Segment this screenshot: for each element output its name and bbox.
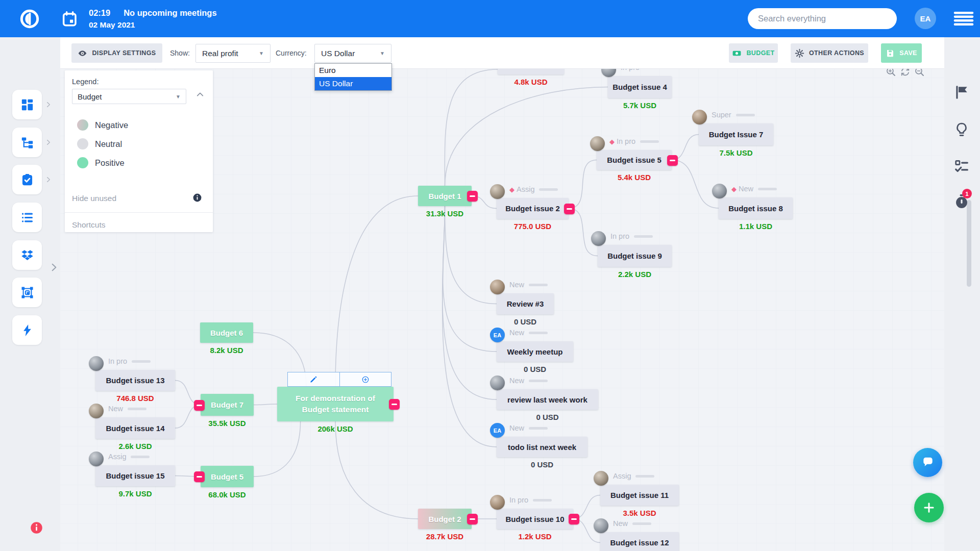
node-b2n: Budget issue 2◆Assig775.0 USD <box>497 198 569 219</box>
avatar <box>89 452 104 466</box>
currency-select[interactable]: US Dollar ▼ <box>314 44 391 63</box>
currency-option-us-dollar[interactable]: US Dollar <box>315 77 391 90</box>
avatar: EA <box>490 423 505 438</box>
collapse-node-button[interactable] <box>564 204 575 214</box>
sidebar-item-frame[interactable] <box>12 278 42 307</box>
hamburger-menu-icon[interactable] <box>952 11 975 26</box>
notification-badge: 1 <box>962 189 972 198</box>
sidebar-expander-chevron[interactable] <box>49 261 59 273</box>
sidebar-item-tasks[interactable] <box>12 165 42 194</box>
notification-info-icon[interactable] <box>30 521 43 535</box>
sidebar-item-tree[interactable] <box>12 128 42 157</box>
node-box-b14[interactable]: Budget issue 14 <box>95 417 175 439</box>
app-logo-icon[interactable] <box>19 9 40 29</box>
save-button[interactable]: SAVE <box>881 43 922 63</box>
user-avatar[interactable]: EA <box>915 8 936 29</box>
collapse-node-button[interactable] <box>467 191 478 202</box>
calendar-icon[interactable] <box>61 11 78 27</box>
legend-color-dot <box>77 138 88 149</box>
node-box-b4[interactable]: Budget issue 4 <box>608 76 672 98</box>
banknote-icon <box>732 48 742 58</box>
show-select-value: Real profit <box>202 49 238 58</box>
node-b13: Budget issue 13In pro746.8 USD <box>95 370 175 391</box>
node-box-b15[interactable]: Budget issue 15 <box>95 465 175 486</box>
node-box-b5n[interactable]: Budget issue 5 <box>597 150 672 170</box>
collapse-node-button[interactable] <box>667 155 678 166</box>
avatar <box>89 356 104 371</box>
chat-button[interactable] <box>913 448 942 477</box>
node-value: 7.5k USD <box>689 148 783 157</box>
node-root: For demonstration of Budget statement206… <box>277 387 394 421</box>
legend-type-select[interactable]: Budget ▼ <box>72 89 186 104</box>
edit-node-button[interactable] <box>287 372 340 387</box>
shortcuts-label[interactable]: Shortcuts <box>72 220 105 230</box>
node-value: 0 USD <box>486 460 598 469</box>
node-b7n: Budget Issue 7Super7.5k USD <box>699 123 773 145</box>
legend-item-label: Negative <box>95 120 128 130</box>
lightbulb-icon[interactable] <box>953 121 970 138</box>
node-title: Review #3 <box>507 299 544 308</box>
info-icon[interactable] <box>192 193 202 203</box>
collapse-node-button[interactable] <box>194 400 205 411</box>
node-box-b7n[interactable]: Budget Issue 7 <box>699 123 773 145</box>
search-input[interactable] <box>748 8 897 29</box>
node-box-b2n[interactable]: Budget issue 2 <box>497 198 569 219</box>
node-b14: Budget issue 14New2.6k USD <box>95 417 175 439</box>
chevron-down-icon: ▼ <box>375 51 385 56</box>
node-box-weekly[interactable]: Weekly meetup <box>497 341 573 362</box>
node-box-b8[interactable]: Budget issue 8 <box>719 197 793 219</box>
status-label: Assig <box>613 472 654 480</box>
node-title: Budget issue 10 <box>505 515 564 523</box>
checklist-icon[interactable] <box>953 158 970 174</box>
collapse-panel-icon[interactable] <box>195 90 205 99</box>
status-progress-bar <box>529 427 548 430</box>
display-settings-button[interactable]: DISPLAY SETTINGS <box>71 43 162 63</box>
sidebar-item-automation[interactable] <box>12 315 42 345</box>
sidebar-item-dropbox[interactable] <box>12 240 42 270</box>
node-box-b11[interactable]: Budget issue 11 <box>600 485 679 506</box>
status-label: ◆Assig <box>509 185 558 193</box>
node-box-budget5[interactable]: Budget 5 <box>201 466 254 487</box>
collapse-node-button[interactable] <box>569 514 579 524</box>
hide-unused-label[interactable]: Hide unused <box>72 194 116 203</box>
currency-option-euro[interactable]: Euro <box>315 64 391 77</box>
node-box-budget7[interactable]: Budget 7 <box>201 394 254 416</box>
other-actions-button[interactable]: OTHER ACTIONS <box>791 43 868 63</box>
budget-button[interactable]: BUDGET <box>729 43 778 63</box>
sidebar-item-list[interactable] <box>12 203 42 232</box>
node-box-b10[interactable]: Budget issue 10 <box>497 509 573 529</box>
node-box-b13[interactable]: Budget issue 13 <box>95 370 175 391</box>
node-box-budget1[interactable]: Budget 1 <box>418 186 472 206</box>
legend-item: Positive <box>77 157 128 168</box>
node-value: 5.4k USD <box>586 173 682 182</box>
add-button[interactable] <box>914 493 944 522</box>
node-box-b12[interactable]: Budget issue 12 <box>600 532 679 551</box>
vertical-scrollbar[interactable] <box>967 200 971 287</box>
node-box-todolist[interactable]: todo list next week <box>497 437 587 457</box>
show-select[interactable]: Real profit ▼ <box>195 44 271 63</box>
node-todolist: todo list next weekEANew0 USD <box>497 437 587 457</box>
node-box-budget2[interactable]: Budget 2 <box>418 509 472 529</box>
flag-icon[interactable] <box>953 84 970 101</box>
node-value: 68.0k USD <box>190 490 264 499</box>
add-child-button[interactable] <box>340 372 392 387</box>
list-icon <box>20 211 34 224</box>
collapse-node-button[interactable] <box>389 399 400 410</box>
status-label: ◆In pro <box>609 137 659 145</box>
legend-item: Neutral <box>77 138 128 149</box>
node-box-root[interactable]: For demonstration of Budget statement <box>277 387 394 421</box>
sidebar-item-dashboard[interactable] <box>12 90 42 119</box>
node-box-b9[interactable]: Budget issue 9 <box>598 245 672 267</box>
node-title: Budget 7 <box>211 400 243 409</box>
timer-icon[interactable]: 1 <box>953 193 970 210</box>
node-box-reviewlast[interactable]: review last week work <box>497 389 598 410</box>
clock-time: 02:19 <box>89 8 110 17</box>
node-box-budget6[interactable]: Budget 6 <box>200 322 253 343</box>
node-box-review3[interactable]: Review #3 <box>497 293 554 314</box>
current-date: 02 May 2021 <box>89 19 217 31</box>
node-b10: Budget issue 10In pro1.2k USD <box>497 509 573 529</box>
collapse-node-button[interactable] <box>194 471 205 482</box>
collapse-node-button[interactable] <box>467 514 478 524</box>
avatar <box>712 184 727 198</box>
tasks-icon <box>20 173 34 187</box>
